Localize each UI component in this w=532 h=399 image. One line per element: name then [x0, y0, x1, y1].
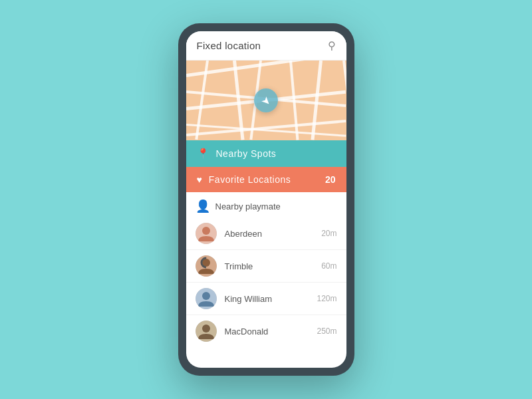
playmate-name: King William: [225, 294, 309, 304]
person-icon: 👤: [196, 199, 210, 213]
phone-shell: Fixed location ⚲: [178, 23, 354, 376]
playmate-distance: 20m: [321, 229, 336, 238]
avatar: [196, 288, 217, 309]
playmate-distance: 120m: [317, 294, 336, 303]
playmate-distance: 250m: [317, 327, 336, 336]
nearby-playmate-label: Nearby playmate: [215, 201, 281, 211]
svg-point-8: [202, 325, 210, 332]
playmate-name: Aberdeen: [225, 229, 314, 239]
list-item[interactable]: King William 120m: [186, 283, 346, 315]
favorite-locations-label: Favorite Locations: [209, 174, 291, 185]
playmate-name: Trimble: [225, 261, 314, 271]
playmate-name: MacDonald: [225, 327, 309, 336]
location-pin-icon: 📍: [197, 148, 209, 160]
svg-point-6: [202, 292, 210, 300]
list-item[interactable]: MacDonald 250m: [186, 315, 346, 347]
nearby-spots-label: Nearby Spots: [216, 148, 277, 159]
nearby-playmate-section: 👤 Nearby playmate: [186, 192, 346, 217]
favorite-count: 20: [325, 174, 336, 185]
map-area: ➤: [186, 61, 346, 140]
list-item[interactable]: Trimble 60m: [186, 250, 346, 283]
favorite-locations-bar[interactable]: ♥ Favorite Locations 20: [186, 167, 346, 192]
nearby-spots-bar[interactable]: 📍 Nearby Spots: [186, 140, 346, 167]
playmate-header: 👤 Nearby playmate: [196, 199, 337, 213]
playmate-distance: 60m: [321, 261, 336, 271]
phone-screen: Fixed location ⚲: [186, 31, 346, 368]
map-pin: ➤: [254, 88, 278, 112]
navigation-icon: ➤: [259, 93, 274, 108]
header-title: Fixed location: [197, 40, 261, 51]
avatar: [196, 223, 217, 244]
svg-point-1: [202, 227, 210, 235]
avatar: [196, 255, 217, 277]
heart-icon: ♥: [197, 174, 202, 185]
favorite-left: ♥ Favorite Locations: [197, 174, 291, 185]
list-item[interactable]: Aberdeen 20m: [186, 217, 346, 250]
header: Fixed location ⚲: [186, 31, 346, 61]
avatar: [196, 321, 217, 342]
search-icon[interactable]: ⚲: [328, 39, 336, 52]
playmate-list: Aberdeen 20m Trimble 60m: [186, 217, 346, 368]
